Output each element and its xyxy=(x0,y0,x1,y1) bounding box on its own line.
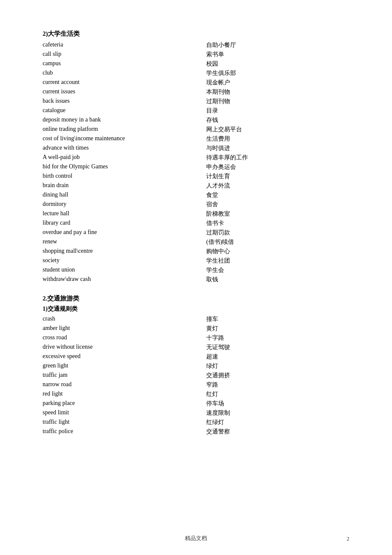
list-item: current account现金帐户 xyxy=(43,78,349,87)
english-term: cafeteria xyxy=(43,40,181,50)
list-item: birth control计划生育 xyxy=(43,172,349,181)
list-item: traffic jam交通拥挤 xyxy=(43,371,349,380)
chinese-term: 红灯 xyxy=(181,390,349,399)
english-term: back issues xyxy=(43,97,181,106)
list-item: deposit money in a bank存钱 xyxy=(43,116,349,125)
chinese-term: 撞车 xyxy=(181,315,349,324)
english-term: current issues xyxy=(43,87,181,97)
list-item: student union学生会 xyxy=(43,266,349,275)
chinese-term: 校园 xyxy=(181,59,349,69)
english-term: current account xyxy=(43,78,181,87)
chinese-term: 目录 xyxy=(181,106,349,116)
list-item: red light红灯 xyxy=(43,390,349,399)
list-item: cross road十字路 xyxy=(43,333,349,343)
list-item: amber light黄灯 xyxy=(43,324,349,333)
chinese-term: 本期刊物 xyxy=(181,87,349,97)
english-term: online trading platform xyxy=(43,125,181,134)
list-item: online trading platform网上交易平台 xyxy=(43,125,349,134)
english-term: shopping mall\centre xyxy=(43,247,181,256)
chinese-term: 无证驾驶 xyxy=(181,343,349,352)
list-item: catalogue目录 xyxy=(43,106,349,116)
english-term: red light xyxy=(43,390,181,399)
english-term: excessive speed xyxy=(43,352,181,361)
english-term: deposit money in a bank xyxy=(43,116,181,125)
english-term: cost of living\income maintenance xyxy=(43,134,181,144)
english-term: renew xyxy=(43,237,181,247)
list-item: society学生社团 xyxy=(43,256,349,266)
chinese-term: 学生社团 xyxy=(181,256,349,266)
list-item: lecture hall阶梯教室 xyxy=(43,209,349,219)
english-term: drive without license xyxy=(43,343,181,352)
chinese-term: 存钱 xyxy=(181,116,349,125)
english-term: call slip xyxy=(43,50,181,59)
list-item: back issues过期刊物 xyxy=(43,97,349,106)
list-item: brain drain人才外流 xyxy=(43,181,349,191)
chinese-term: 过期刊物 xyxy=(181,97,349,106)
list-item: traffic light红绿灯 xyxy=(43,418,349,427)
traffic-table: crash撞车amber light黄灯cross road十字路drive w… xyxy=(43,315,349,436)
english-term: student union xyxy=(43,266,181,275)
english-term: traffic light xyxy=(43,418,181,427)
english-term: campus xyxy=(43,59,181,69)
chinese-term: 取钱 xyxy=(181,275,349,284)
english-term: catalogue xyxy=(43,106,181,116)
campus-life-table: cafeteria自助小餐厅call slip索书单campus校园club学生… xyxy=(43,40,349,284)
chinese-term: 停车场 xyxy=(181,399,349,408)
list-item: bid for the Olympic Games申办奥运会 xyxy=(43,162,349,172)
list-item: advance with times与时俱进 xyxy=(43,144,349,153)
english-term: library card xyxy=(43,219,181,228)
chinese-term: 生活费用 xyxy=(181,134,349,144)
chinese-term: 借书卡 xyxy=(181,219,349,228)
list-item: club学生俱乐部 xyxy=(43,69,349,78)
list-item: A well-paid job待遇丰厚的工作 xyxy=(43,153,349,162)
english-term: narrow road xyxy=(43,380,181,390)
english-term: traffic jam xyxy=(43,371,181,380)
list-item: withdraw\draw cash取钱 xyxy=(43,275,349,284)
list-item: shopping mall\centre购物中心 xyxy=(43,247,349,256)
list-item: campus校园 xyxy=(43,59,349,69)
list-item: dormitory宿舍 xyxy=(43,200,349,209)
english-term: A well-paid job xyxy=(43,153,181,162)
english-term: society xyxy=(43,256,181,266)
chinese-term: 网上交易平台 xyxy=(181,125,349,134)
list-item: drive without license无证驾驶 xyxy=(43,343,349,352)
chinese-term: 食堂 xyxy=(181,191,349,200)
chinese-term: 阶梯教室 xyxy=(181,209,349,219)
english-term: overdue and pay a fine xyxy=(43,228,181,237)
list-item: cost of living\income maintenance生活费用 xyxy=(43,134,349,144)
traffic-section: 2.交通旅游类 1)交通规则类 crash撞车amber light黄灯cros… xyxy=(43,295,349,436)
english-term: dormitory xyxy=(43,200,181,209)
list-item: overdue and pay a fine过期罚款 xyxy=(43,228,349,237)
english-term: brain drain xyxy=(43,181,181,191)
list-item: library card借书卡 xyxy=(43,219,349,228)
footer-page-number: 2 xyxy=(347,535,350,542)
chinese-term: 宿舍 xyxy=(181,200,349,209)
chinese-term: 超速 xyxy=(181,352,349,361)
chinese-term: (借书)续借 xyxy=(181,237,349,247)
english-term: withdraw\draw cash xyxy=(43,275,181,284)
list-item: dining hall食堂 xyxy=(43,191,349,200)
english-term: birth control xyxy=(43,172,181,181)
list-item: green light绿灯 xyxy=(43,361,349,371)
list-item: traffic police交通警察 xyxy=(43,427,349,436)
list-item: parking place停车场 xyxy=(43,399,349,408)
campus-life-section: 2)大学生活类 cafeteria自助小餐厅call slip索书单campus… xyxy=(43,30,349,284)
chinese-term: 窄路 xyxy=(181,380,349,390)
list-item: cafeteria自助小餐厅 xyxy=(43,40,349,50)
english-term: dining hall xyxy=(43,191,181,200)
chinese-term: 学生会 xyxy=(181,266,349,275)
english-term: green light xyxy=(43,361,181,371)
chinese-term: 速度限制 xyxy=(181,408,349,418)
chinese-term: 黄灯 xyxy=(181,324,349,333)
chinese-term: 申办奥运会 xyxy=(181,162,349,172)
chinese-term: 现金帐户 xyxy=(181,78,349,87)
english-term: advance with times xyxy=(43,144,181,153)
chinese-term: 待遇丰厚的工作 xyxy=(181,153,349,162)
english-term: lecture hall xyxy=(43,209,181,219)
campus-life-header: 2)大学生活类 xyxy=(43,30,349,38)
chinese-term: 绿灯 xyxy=(181,361,349,371)
english-term: amber light xyxy=(43,324,181,333)
chinese-term: 人才外流 xyxy=(181,181,349,191)
footer-center: 精品文档 xyxy=(0,535,392,542)
chinese-term: 十字路 xyxy=(181,333,349,343)
